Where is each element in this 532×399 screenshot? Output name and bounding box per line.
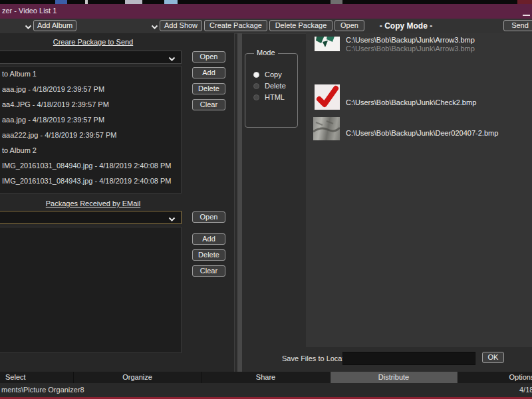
tab-separator bbox=[201, 372, 202, 383]
tab-share[interactable]: Share bbox=[201, 372, 330, 383]
list-item[interactable]: aa4.JPG - 4/18/2019 2:39:57 PM bbox=[0, 97, 181, 112]
chevron-down-icon bbox=[168, 55, 176, 63]
distribute-file-list[interactable]: C:\Users\Bob\Backup\Junk\Arrow3.bmp C:\U… bbox=[306, 33, 532, 347]
list-item[interactable]: aaa222.jpg - 4/18/2019 2:39:57 PM bbox=[0, 128, 181, 143]
file-path[interactable]: C:\Users\Bob\Backup\Junk\Deer020407-2.bm… bbox=[346, 129, 498, 137]
radio-html[interactable]: HTML bbox=[253, 92, 285, 102]
tab-options[interactable]: Options bbox=[458, 372, 532, 383]
mode-groupbox-label: Mode bbox=[254, 49, 278, 57]
open-package-button[interactable]: Open bbox=[334, 20, 364, 31]
tab-separator bbox=[73, 372, 74, 383]
list-item[interactable]: aaa.jpg - 4/18/2019 2:39:57 PM bbox=[0, 82, 181, 97]
file-path-ghost: C:\Users\Bob\Backup\Junk\Arrow3.bmp bbox=[346, 45, 475, 53]
radio-delete[interactable]: Delete bbox=[253, 81, 286, 90]
arrow-thumbnail bbox=[315, 37, 340, 51]
window-title: zer - Video List 1 bbox=[2, 7, 57, 15]
tab-bar: Select Organize Share Distribute Options bbox=[0, 372, 532, 383]
copy-mode-indicator: - Copy Mode - bbox=[368, 21, 444, 31]
toolbar: Add Album Add Show Create Package Delete… bbox=[0, 19, 532, 34]
clear-button[interactable]: Clear bbox=[192, 99, 225, 110]
title-bar[interactable]: zer - Video List 1 bbox=[0, 4, 532, 19]
list-item[interactable]: IMG_20161031_084943.jpg - 4/18/2019 2:40… bbox=[0, 174, 181, 189]
add-button[interactable]: Add bbox=[192, 67, 225, 78]
clear-button[interactable]: Clear bbox=[192, 265, 225, 277]
splitter-handle[interactable] bbox=[237, 33, 242, 372]
radio-unselected-icon bbox=[253, 94, 259, 100]
radio-copy[interactable]: Copy bbox=[253, 70, 282, 79]
file-path[interactable]: C:\Users\Bob\Backup\Junk\Check2.bmp bbox=[346, 98, 476, 106]
tab-select[interactable]: Select bbox=[0, 372, 73, 383]
open-button[interactable]: Open bbox=[192, 51, 225, 63]
add-button[interactable]: Add bbox=[192, 233, 225, 245]
list-item[interactable]: aaa.jpg - 4/18/2019 2:39:57 PM bbox=[0, 112, 181, 128]
received-packages-combobox[interactable] bbox=[0, 211, 182, 224]
radio-label: HTML bbox=[265, 93, 285, 101]
app-window: zer - Video List 1 Add Album Add Show Cr… bbox=[0, 0, 532, 399]
radio-unselected-icon bbox=[253, 83, 259, 89]
mode-groupbox: Mode Copy Delete HTML bbox=[245, 53, 298, 128]
tab-separator bbox=[458, 372, 458, 383]
list-item[interactable]: to Album 1 bbox=[0, 66, 181, 82]
packages-received-header: Packages Received by EMail bbox=[0, 200, 186, 207]
send-button[interactable]: Send bbox=[503, 20, 532, 31]
file-path[interactable]: C:\Users\Bob\Backup\Junk\Arrow3.bmp bbox=[346, 36, 475, 44]
tab-separator bbox=[330, 372, 331, 383]
create-package-header: Creare Package to Send bbox=[0, 38, 186, 46]
status-bar: ments\Picture Organizer8 4/18/2 bbox=[0, 383, 532, 397]
open-button[interactable]: Open bbox=[192, 211, 225, 223]
list-item[interactable]: IMG_20161031_084940.jpg - 4/18/2019 2:40… bbox=[0, 158, 181, 174]
received-packages-list[interactable] bbox=[0, 227, 182, 353]
minimize-icon[interactable] bbox=[523, 15, 530, 16]
delete-button[interactable]: Delete bbox=[192, 83, 225, 94]
delete-package-button[interactable]: Delete Package bbox=[269, 20, 332, 31]
radio-label: Delete bbox=[265, 82, 286, 90]
radio-label: Copy bbox=[265, 70, 282, 78]
status-path: ments\Picture Organizer8 bbox=[1, 386, 84, 394]
chevron-down-icon[interactable] bbox=[25, 23, 32, 31]
tab-organize[interactable]: Organize bbox=[73, 372, 201, 383]
chevron-down-icon[interactable] bbox=[151, 23, 158, 31]
deer-thumbnail bbox=[313, 117, 340, 140]
chevron-down-icon bbox=[168, 215, 176, 223]
package-combobox[interactable] bbox=[0, 51, 182, 64]
list-item[interactable]: to Album 2 bbox=[0, 143, 181, 158]
ok-button[interactable]: OK bbox=[482, 352, 504, 363]
add-show-button[interactable]: Add Show bbox=[160, 20, 202, 31]
status-date: 4/18/2 bbox=[519, 386, 532, 394]
tab-distribute[interactable]: Distribute bbox=[330, 372, 458, 383]
add-album-button[interactable]: Add Album bbox=[33, 20, 76, 31]
check-thumbnail bbox=[315, 84, 340, 110]
save-location-input[interactable] bbox=[342, 352, 475, 365]
delete-button[interactable]: Delete bbox=[192, 249, 225, 261]
panel-divider bbox=[234, 33, 235, 372]
radio-selected-icon bbox=[253, 72, 259, 78]
create-package-button[interactable]: Create Package bbox=[204, 20, 267, 31]
package-file-list[interactable]: to Album 1 aaa.jpg - 4/18/2019 2:39:57 P… bbox=[0, 66, 182, 194]
